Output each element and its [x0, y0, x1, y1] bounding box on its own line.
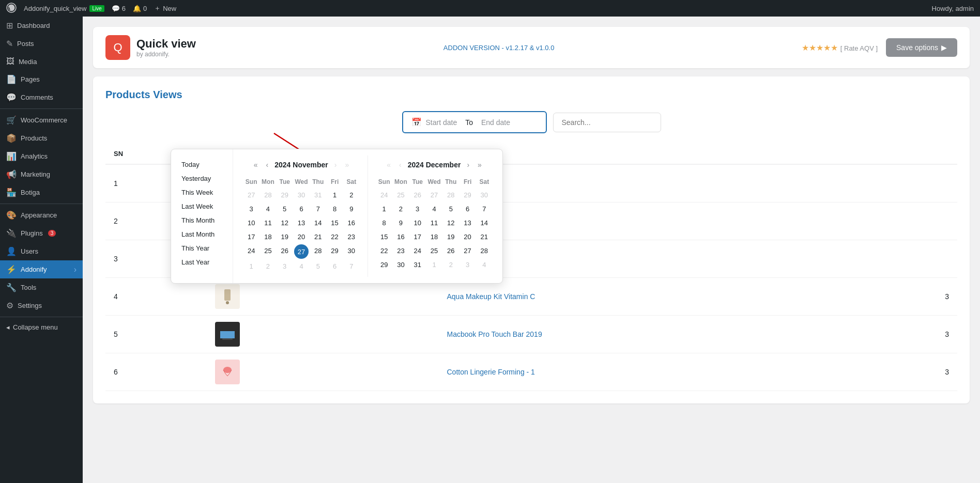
- dec-day-om25[interactable]: 25: [393, 189, 408, 201]
- new-item-button[interactable]: ＋ New: [154, 4, 176, 13]
- nov-day-10[interactable]: 10: [243, 216, 259, 229]
- nov-day[interactable]: 27: [243, 189, 259, 201]
- comments-icon-group[interactable]: 💬 6: [112, 5, 126, 12]
- save-options-button[interactable]: Save options ▶: [886, 38, 957, 57]
- prev-prev-month-dec-button[interactable]: «: [385, 160, 393, 170]
- dec-day-20[interactable]: 20: [460, 230, 475, 243]
- site-name[interactable]: Addonify_quick_view Live: [24, 5, 104, 12]
- nov-day-25[interactable]: 25: [260, 244, 275, 259]
- dec-day-14[interactable]: 14: [477, 216, 492, 229]
- nov-day[interactable]: 31: [310, 189, 326, 201]
- nov-day-12[interactable]: 12: [277, 216, 293, 229]
- nov-day-26[interactable]: 26: [277, 244, 293, 259]
- nov-day-6[interactable]: 6: [294, 202, 309, 215]
- dec-day-24[interactable]: 24: [410, 244, 425, 257]
- dec-day-12[interactable]: 12: [443, 216, 458, 229]
- product-link[interactable]: Cotton Lingerie Forming - 1: [447, 368, 534, 376]
- dec-day-8[interactable]: 8: [376, 216, 392, 229]
- dec-day-om30[interactable]: 30: [477, 189, 492, 201]
- filter-this-month[interactable]: This Month: [177, 213, 226, 227]
- nov-day-1[interactable]: 1: [327, 189, 342, 201]
- dec-day-2[interactable]: 2: [393, 202, 408, 215]
- nov-day-13[interactable]: 13: [294, 216, 309, 229]
- filter-today[interactable]: Today: [177, 158, 226, 172]
- dec-day-om-1[interactable]: 1: [426, 258, 442, 271]
- filter-last-week[interactable]: Last Week: [177, 199, 226, 213]
- filter-yesterday[interactable]: Yesterday: [177, 172, 226, 185]
- dec-day-27[interactable]: 27: [460, 244, 475, 257]
- dec-day-22[interactable]: 22: [376, 244, 392, 257]
- nov-day-om4[interactable]: 4: [294, 260, 309, 273]
- dec-day-25[interactable]: 25: [426, 244, 442, 257]
- nov-day-20[interactable]: 20: [294, 230, 309, 243]
- next-next-month-dec-button[interactable]: »: [476, 160, 484, 170]
- dec-day-28[interactable]: 28: [477, 244, 492, 257]
- nov-day-5[interactable]: 5: [277, 202, 293, 215]
- dec-day-17[interactable]: 17: [410, 230, 425, 243]
- sidebar-item-botiga[interactable]: 🏪 Botiga: [0, 183, 83, 201]
- dec-day-23[interactable]: 23: [393, 244, 408, 257]
- nov-day-24[interactable]: 24: [243, 244, 259, 259]
- dec-day-30[interactable]: 30: [393, 258, 408, 271]
- dec-day-11[interactable]: 11: [426, 216, 442, 229]
- sidebar-item-plugins[interactable]: 🔌 Plugins 3: [0, 224, 83, 242]
- nov-day-23[interactable]: 23: [344, 230, 359, 243]
- sidebar-item-woocommerce[interactable]: 🛒 WooCommerce: [0, 111, 83, 129]
- dec-day-29[interactable]: 29: [376, 258, 392, 271]
- nov-day-17[interactable]: 17: [243, 230, 259, 243]
- notif-icon-group[interactable]: 🔔 0: [133, 5, 147, 12]
- dec-day-7[interactable]: 7: [477, 202, 492, 215]
- nov-day-4[interactable]: 4: [260, 202, 275, 215]
- nov-day-om2[interactable]: 2: [260, 260, 275, 273]
- dec-day-26[interactable]: 26: [443, 244, 458, 257]
- next-next-month-nov-button[interactable]: »: [343, 160, 351, 170]
- nov-day-14[interactable]: 14: [310, 216, 326, 229]
- dec-day-6[interactable]: 6: [460, 202, 475, 215]
- filter-last-year[interactable]: Last Year: [177, 255, 226, 269]
- nov-day-21[interactable]: 21: [310, 230, 326, 243]
- prev-month-button[interactable]: ‹: [264, 160, 271, 170]
- filter-this-week[interactable]: This Week: [177, 185, 226, 199]
- sidebar-item-analytics[interactable]: 📊 Analytics: [0, 147, 83, 165]
- nov-day-30[interactable]: 30: [344, 244, 359, 259]
- prev-prev-month-button[interactable]: «: [252, 160, 260, 170]
- dec-day-15[interactable]: 15: [376, 230, 392, 243]
- nov-day-11[interactable]: 11: [260, 216, 275, 229]
- sidebar-item-media[interactable]: 🖼 Media: [0, 53, 83, 70]
- nov-day-8[interactable]: 8: [327, 202, 342, 215]
- dec-day-21[interactable]: 21: [477, 230, 492, 243]
- dec-day-19[interactable]: 19: [443, 230, 458, 243]
- nov-day-18[interactable]: 18: [260, 230, 275, 243]
- nov-day[interactable]: 29: [277, 189, 293, 201]
- nov-day-16[interactable]: 16: [344, 216, 359, 229]
- sidebar-item-dashboard[interactable]: ⊞ Dashboard: [0, 17, 83, 35]
- sidebar-item-posts[interactable]: ✎ Posts: [0, 35, 83, 53]
- sidebar-item-addonify[interactable]: ⚡ Addonify ›: [0, 260, 83, 278]
- nov-day-om7[interactable]: 7: [344, 260, 359, 273]
- dec-day-1[interactable]: 1: [376, 202, 392, 215]
- nov-day-15[interactable]: 15: [327, 216, 342, 229]
- dec-day-om-2[interactable]: 2: [443, 258, 458, 271]
- nov-day-19[interactable]: 19: [277, 230, 293, 243]
- nov-day-27-today[interactable]: 27: [294, 244, 309, 259]
- dec-day-3[interactable]: 3: [410, 202, 425, 215]
- nov-day-om1[interactable]: 1: [243, 260, 259, 273]
- dec-day-4[interactable]: 4: [426, 202, 442, 215]
- nov-day-om3[interactable]: 3: [277, 260, 293, 273]
- nov-day[interactable]: 28: [260, 189, 275, 201]
- sidebar-item-pages[interactable]: 📄 Pages: [0, 70, 83, 88]
- nov-day-22[interactable]: 22: [327, 230, 342, 243]
- date-range-input[interactable]: 📅 Start date To End date: [402, 111, 547, 133]
- sidebar-item-marketing[interactable]: 📢 Marketing: [0, 165, 83, 183]
- nov-day-2[interactable]: 2: [344, 189, 359, 201]
- sidebar-item-tools[interactable]: 🔧 Tools: [0, 278, 83, 297]
- product-link[interactable]: Macbook Pro Touch Bar 2019: [447, 330, 542, 338]
- nov-day-3[interactable]: 3: [243, 202, 259, 215]
- dec-day-9[interactable]: 9: [393, 216, 408, 229]
- dec-day-om28[interactable]: 28: [443, 189, 458, 201]
- sidebar-item-settings[interactable]: ⚙ Settings: [0, 297, 83, 315]
- nov-day-29[interactable]: 29: [327, 244, 342, 259]
- dec-day-10[interactable]: 10: [410, 216, 425, 229]
- next-month-nov-button[interactable]: ›: [332, 160, 339, 170]
- wp-logo-icon[interactable]: [6, 3, 17, 14]
